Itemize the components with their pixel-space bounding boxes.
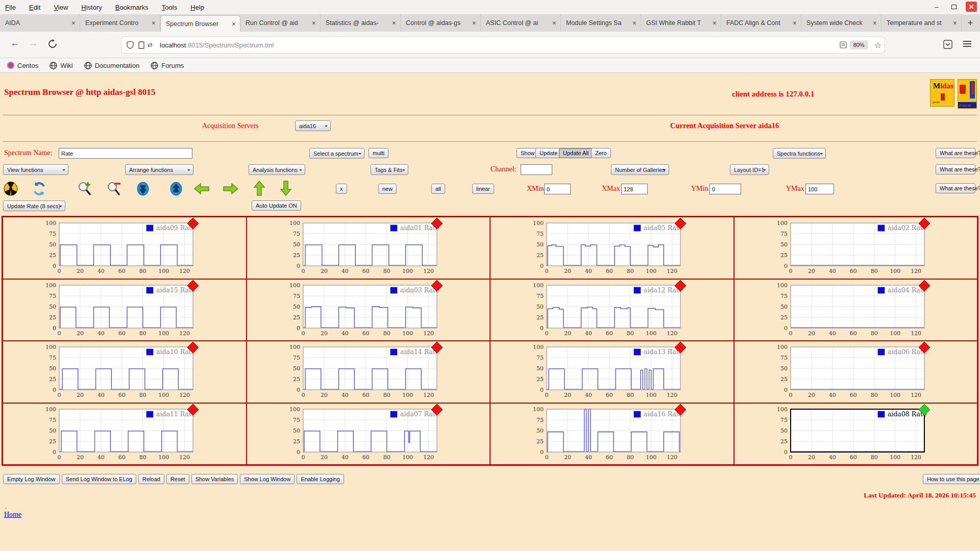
empty-log-window-button[interactable]: Empty Log Window: [3, 474, 60, 484]
gallery-cell-aida06[interactable]: 0255075100020406080100120aida06 Rate: [734, 341, 978, 403]
reset-button[interactable]: Reset: [166, 474, 189, 484]
channel-input[interactable]: [521, 164, 552, 175]
ymax-input[interactable]: [805, 184, 834, 194]
tab-close-icon[interactable]: ×: [552, 19, 556, 27]
zoom-level-badge[interactable]: 80%: [850, 40, 868, 49]
show-variables-button[interactable]: Show Variables: [191, 474, 238, 484]
bookmark-star-icon[interactable]: ☆: [874, 40, 881, 50]
how-to-use-button[interactable]: How to use this page: [923, 474, 980, 484]
tab-close-icon[interactable]: ×: [312, 19, 316, 27]
select-spectrum-dropdown[interactable]: Select a spectrum: [309, 148, 364, 159]
tab-run-control-aid[interactable]: Run Control @ aid×: [240, 14, 321, 32]
arrow-right-icon[interactable]: [223, 183, 238, 195]
bookmark-forums[interactable]: Forums: [151, 62, 184, 69]
url-bar[interactable]: ⇄ localhost:8015/Spectrum/Spectrum.tml 8…: [121, 37, 885, 53]
shield-icon[interactable]: [127, 41, 134, 49]
update-rate-dropdown[interactable]: Update Rate (8 secs): [3, 201, 65, 211]
arrow-left-icon[interactable]: [194, 183, 209, 195]
radiation-icon[interactable]: [3, 181, 18, 196]
hamburger-menu-icon[interactable]: [963, 40, 972, 47]
arrow-up-icon[interactable]: [253, 181, 265, 196]
tab-asic-control-ai[interactable]: ASIC Control @ ai×: [481, 14, 561, 32]
linear-button[interactable]: linear: [472, 184, 494, 194]
tab-close-icon[interactable]: ×: [152, 19, 156, 27]
multi-button[interactable]: multi: [369, 148, 388, 158]
gallery-cell-aida10[interactable]: 0255075100020406080100120aida10 Rate: [3, 341, 247, 403]
tab-control-aidas-gs[interactable]: Control @ aidas-gs×: [401, 14, 481, 32]
menu-view[interactable]: View: [54, 4, 68, 11]
gallery-cell-aida01[interactable]: 0255075100020406080100120aida01 Rate: [247, 217, 491, 279]
tab-close-icon[interactable]: ×: [713, 19, 717, 27]
gallery-cell-aida15[interactable]: 0255075100020406080100120aida15 Rate: [3, 279, 247, 341]
all-button[interactable]: all: [431, 184, 445, 194]
tab-close-icon[interactable]: ×: [232, 20, 236, 28]
what-are-these-button-3[interactable]: What are these?: [936, 183, 975, 193]
gallery-cell-aida03[interactable]: 0255075100020406080100120aida03 Rate: [247, 279, 491, 341]
minimize-icon[interactable]: –: [931, 2, 942, 12]
menu-history[interactable]: History: [81, 4, 102, 11]
tags-fits-dropdown[interactable]: Tags & Fits: [371, 164, 408, 175]
tab-close-icon[interactable]: ×: [71, 19, 76, 27]
gallery-cell-aida08[interactable]: 0255075100020406080100120aida08 Rate: [734, 403, 978, 465]
zero-button[interactable]: Zero: [591, 148, 611, 158]
tab-experiment-contro[interactable]: Experiment Contro×: [80, 14, 160, 32]
menu-help[interactable]: Help: [190, 4, 204, 11]
tab-aida[interactable]: AIDA×: [0, 14, 80, 32]
back-icon[interactable]: ←: [10, 38, 19, 48]
what-are-these-button-2[interactable]: What are these?: [936, 164, 975, 174]
reload-button[interactable]: Reload: [138, 474, 164, 484]
tab-close-icon[interactable]: ×: [472, 19, 476, 27]
acquisition-server-select[interactable]: aida16: [295, 120, 331, 131]
close-icon[interactable]: ✕: [966, 2, 977, 12]
xmin-input[interactable]: [544, 184, 571, 194]
spectra-functions-dropdown[interactable]: Spectra functions: [773, 148, 826, 159]
view-functions-dropdown[interactable]: View functions: [3, 164, 68, 175]
menu-edit[interactable]: Edit: [29, 4, 40, 11]
zoom-in-icon[interactable]: [77, 181, 92, 196]
tab-close-icon[interactable]: ×: [632, 19, 636, 27]
gallery-cell-aida16[interactable]: 0255075100020406080100120aida16 Rate: [490, 403, 734, 465]
analysis-functions-dropdown[interactable]: Analysis functions: [249, 164, 305, 175]
tab-spectrum-browser[interactable]: Spectrum Browser×: [160, 15, 240, 32]
account-shield-icon[interactable]: [943, 40, 952, 49]
send-log-window-to-elog-button[interactable]: Send Log Window to ELog: [62, 474, 136, 484]
new-tab-button[interactable]: +: [962, 14, 979, 32]
connection-icon[interactable]: ⇄: [148, 41, 153, 48]
menu-file[interactable]: File: [5, 4, 16, 11]
tab-fadc-align-cont[interactable]: FADC Align & Cont×: [721, 14, 801, 32]
x-button[interactable]: x: [336, 184, 347, 194]
gallery-cell-aida11[interactable]: 0255075100020406080100120aida11 Rate: [3, 403, 247, 465]
page-icon[interactable]: [138, 41, 144, 49]
bookmark-centos[interactable]: Centos: [7, 62, 38, 69]
reader-mode-icon[interactable]: [840, 41, 847, 48]
new-button[interactable]: new: [378, 184, 397, 194]
bookmark-wiki[interactable]: Wiki: [50, 62, 73, 69]
gallery-cell-aida12[interactable]: 0255075100020406080100120aida12 Rate: [490, 279, 734, 341]
menu-bookmarks[interactable]: Bookmarks: [115, 4, 149, 11]
gallery-cell-aida09[interactable]: 0255075100020406080100120aida09 Rate: [3, 217, 247, 279]
home-link[interactable]: Home: [4, 511, 21, 519]
tab-system-wide-check[interactable]: System wide Check×: [801, 14, 881, 32]
gallery-cell-aida14[interactable]: 0255075100020406080100120aida14 Rate: [247, 341, 491, 403]
tab-close-icon[interactable]: ×: [873, 19, 877, 27]
tab-close-icon[interactable]: ×: [953, 19, 957, 27]
number-of-galleries-dropdown[interactable]: Number of Galleries: [611, 164, 669, 175]
tab-gsi-white-rabbit-t[interactable]: GSI White Rabbit T×: [641, 14, 721, 32]
tab-close-icon[interactable]: ×: [392, 19, 396, 27]
update-all-button[interactable]: Update All: [559, 148, 593, 158]
auto-update-button[interactable]: Auto Update ON: [252, 201, 301, 211]
bookmark-documentation[interactable]: Documentation: [84, 62, 139, 69]
tab-temperature-and-st[interactable]: Temperature and st×: [881, 14, 962, 32]
arrange-functions-dropdown[interactable]: Arrange functions: [125, 164, 193, 175]
show-log-window-button[interactable]: Show Log Window: [240, 474, 295, 484]
move-down-icon[interactable]: [135, 181, 151, 196]
url-text[interactable]: localhost:8015/Spectrum/Spectrum.tml: [160, 41, 840, 49]
spectrum-name-input[interactable]: [59, 148, 192, 159]
enable-logging-button[interactable]: Enable Logging: [297, 474, 344, 484]
maximize-icon[interactable]: [948, 2, 960, 12]
gallery-cell-aida04[interactable]: 0255075100020406080100120aida04 Rate: [734, 279, 978, 341]
tab-statistics-aidas-[interactable]: Statistics @ aidas-×: [321, 14, 401, 32]
reload-icon[interactable]: [48, 39, 57, 48]
xmax-input[interactable]: [621, 184, 648, 194]
refresh-icon[interactable]: [32, 181, 47, 196]
